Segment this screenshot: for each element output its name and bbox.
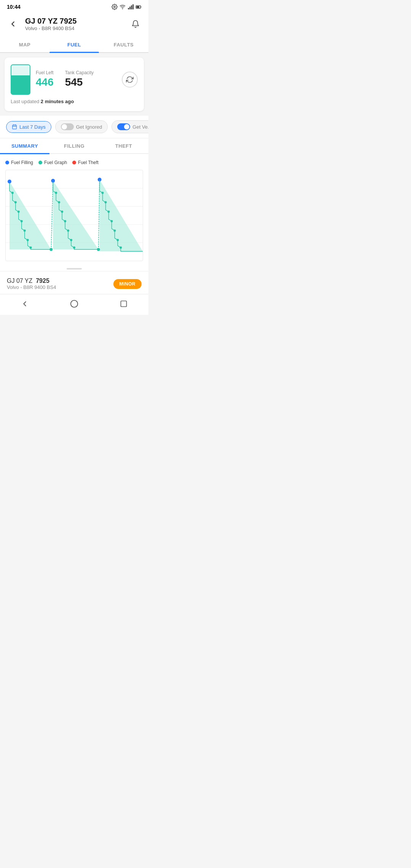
last-updated: Last updated 2 minutes ago xyxy=(11,99,138,104)
svg-marker-18 xyxy=(53,181,98,249)
svg-point-37 xyxy=(105,201,107,203)
tab-fuel[interactable]: FUEL xyxy=(49,37,99,52)
filter-verified-chip[interactable]: Get Ve... xyxy=(112,120,148,133)
bottom-peek: GJ 07 YZ 7925 Volvo - B8R 9400 BS4 MINOR xyxy=(0,271,148,294)
svg-point-28 xyxy=(30,246,32,249)
svg-point-45 xyxy=(49,248,53,251)
filter-days-chip[interactable]: Last 7 Days xyxy=(6,121,51,133)
legend-theft-label: Fuel Theft xyxy=(78,160,99,165)
filter-ignored-chip[interactable]: Get Ignored xyxy=(55,120,108,133)
svg-rect-5 xyxy=(132,4,134,9)
fuel-chart xyxy=(5,170,143,261)
battery-icon xyxy=(135,4,142,10)
svg-point-17 xyxy=(8,180,11,183)
svg-point-31 xyxy=(61,211,63,213)
svg-line-44 xyxy=(99,180,100,249)
bottom-vehicle-id-prefix: GJ 07 YZ xyxy=(7,278,32,284)
nav-square-button[interactable] xyxy=(115,298,133,310)
wifi-icon xyxy=(119,4,126,10)
legend-graph: Fuel Graph xyxy=(38,160,67,165)
svg-point-42 xyxy=(119,246,122,249)
legend-dot-blue xyxy=(5,161,9,164)
bottom-vehicle-model: Volvo - B8R 9400 BS4 xyxy=(7,284,56,290)
signal-icon xyxy=(127,4,134,10)
minor-badge[interactable]: MINOR xyxy=(113,279,142,289)
svg-point-27 xyxy=(27,239,29,241)
fuel-left-col: Fuel Left 446 xyxy=(36,70,54,88)
svg-point-34 xyxy=(70,239,72,241)
svg-point-25 xyxy=(21,220,23,222)
verified-toggle[interactable] xyxy=(117,123,130,130)
svg-point-0 xyxy=(114,6,115,8)
filter-bar: Last 7 Days Get Ignored Get Ve... xyxy=(0,116,148,138)
tab-bar: MAP FUEL FAULTS xyxy=(0,37,148,53)
svg-rect-2 xyxy=(128,8,129,10)
svg-marker-20 xyxy=(100,180,143,251)
svg-point-24 xyxy=(18,211,20,213)
refresh-button[interactable] xyxy=(122,72,138,88)
header-title: GJ 07 YZ 7925 Volvo - B8R 9400 BS4 xyxy=(25,17,123,31)
last-updated-time: 2 minutes ago xyxy=(41,99,74,104)
fuel-info: Fuel Left 446 Tank Capacity 545 xyxy=(36,70,116,89)
svg-point-19 xyxy=(51,179,55,183)
svg-point-35 xyxy=(73,246,75,249)
legend-filling: Fuel Filling xyxy=(5,160,33,165)
svg-point-38 xyxy=(108,211,110,213)
svg-point-29 xyxy=(55,192,57,194)
svg-rect-3 xyxy=(129,6,131,9)
nav-bar xyxy=(0,294,148,315)
sub-tab-filling[interactable]: FILLING xyxy=(49,139,99,153)
fuel-card: Fuel Left 446 Tank Capacity 545 Last upd… xyxy=(5,57,144,111)
nav-back-button[interactable] xyxy=(16,298,34,310)
svg-rect-7 xyxy=(137,6,139,8)
filter-days-label: Last 7 Days xyxy=(19,124,46,130)
status-icons xyxy=(112,4,142,10)
svg-point-23 xyxy=(14,201,17,203)
sub-tab-theft[interactable]: THEFT xyxy=(99,139,148,153)
bottom-vehicle-id: GJ 07 YZ 7925 xyxy=(7,278,56,284)
legend-graph-label: Fuel Graph xyxy=(44,160,67,165)
status-time: 10:44 xyxy=(7,4,21,10)
bottom-vehicle-id-bold: 7925 xyxy=(36,278,49,284)
tab-faults[interactable]: FAULTS xyxy=(99,37,148,52)
legend-theft: Fuel Theft xyxy=(72,160,99,165)
chart-section: Fuel Filling Fuel Graph Fuel Theft xyxy=(0,154,148,265)
svg-point-47 xyxy=(71,300,78,307)
ignored-toggle[interactable] xyxy=(61,123,74,130)
legend-dot-green xyxy=(38,161,42,164)
fuel-gauge xyxy=(11,64,30,95)
bell-button[interactable] xyxy=(129,17,142,31)
tank-capacity-col: Tank Capacity 545 xyxy=(65,70,94,88)
svg-point-26 xyxy=(24,230,26,232)
header: GJ 07 YZ 7925 Volvo - B8R 9400 BS4 xyxy=(0,12,148,37)
svg-point-32 xyxy=(64,220,66,222)
svg-point-36 xyxy=(102,192,104,194)
legend-filling-label: Fuel Filling xyxy=(11,160,33,165)
svg-point-41 xyxy=(116,239,119,241)
sub-tabs: SUMMARY FILLING THEFT xyxy=(0,139,148,154)
fuel-left-value: 446 xyxy=(36,76,54,88)
nav-home-button[interactable] xyxy=(65,298,83,310)
back-button[interactable] xyxy=(6,17,20,31)
tank-capacity-value: 545 xyxy=(65,76,94,88)
svg-point-46 xyxy=(97,248,100,251)
vehicle-id: GJ 07 YZ 7925 xyxy=(25,17,123,26)
svg-point-39 xyxy=(110,220,113,222)
tab-map[interactable]: MAP xyxy=(0,37,49,52)
svg-point-40 xyxy=(113,230,116,232)
fuel-left-label: Fuel Left xyxy=(36,70,54,75)
svg-point-33 xyxy=(67,230,69,232)
status-bar: 10:44 xyxy=(0,0,148,12)
filter-ignored-label: Get Ignored xyxy=(76,124,102,130)
drag-handle xyxy=(0,265,148,271)
svg-rect-8 xyxy=(13,125,17,129)
bottom-peek-info: GJ 07 YZ 7925 Volvo - B8R 9400 BS4 xyxy=(7,278,56,290)
filter-verified-label: Get Ve... xyxy=(132,124,148,130)
svg-rect-48 xyxy=(121,301,127,307)
vehicle-model: Volvo - B8R 9400 BS4 xyxy=(25,26,123,31)
svg-point-30 xyxy=(58,201,60,203)
svg-line-43 xyxy=(51,181,53,249)
svg-rect-4 xyxy=(131,5,132,10)
sub-tab-summary[interactable]: SUMMARY xyxy=(0,139,49,153)
svg-marker-16 xyxy=(10,182,51,250)
